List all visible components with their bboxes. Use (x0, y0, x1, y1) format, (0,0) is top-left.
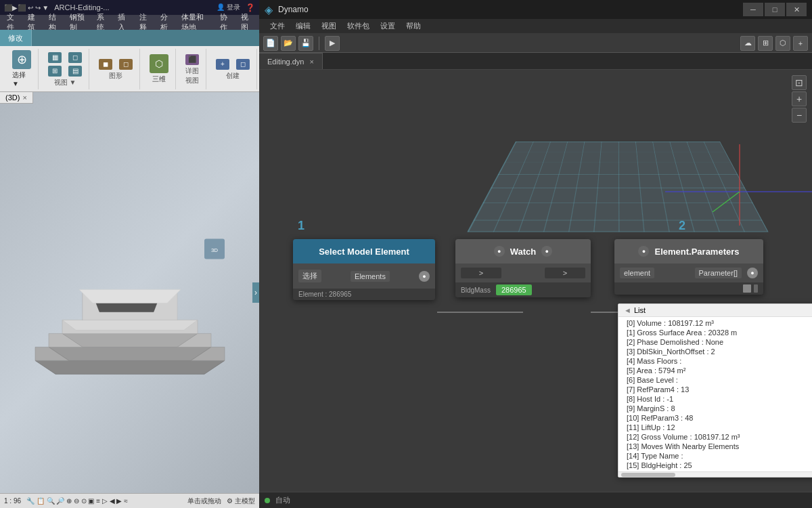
dynamo-title-bar: ◈ Dynamo ─ □ ✕ (259, 0, 812, 19)
threed-btn[interactable]: ⬡ 三维 (147, 53, 171, 85)
watch-value: 286965 (496, 284, 532, 295)
create-group: + ◻ 创建 (209, 49, 257, 89)
zoom-in-btn[interactable]: + (792, 91, 807, 106)
ribbon-tab-bar: 修改 (0, 30, 259, 46)
file-tab-label: Editing.dyn (267, 58, 304, 66)
file-tab-close[interactable]: × (309, 58, 313, 66)
maximize-btn[interactable]: □ (765, 3, 785, 16)
file-tab-editing[interactable]: Editing.dyn × (259, 53, 323, 69)
file-tab-bar: Editing.dyn × (259, 53, 812, 70)
status-msg: 单击或拖动 (187, 496, 221, 506)
shape-btn-1[interactable]: ◼ (96, 58, 115, 71)
dynamo-menu-edit[interactable]: 编辑 (290, 20, 316, 33)
svg-marker-4 (62, 333, 198, 347)
create-label: 创建 (226, 71, 240, 81)
list-panel: ◄ List [0] Volume : 108197.12 m³ [1] Gro… (618, 303, 812, 478)
window-controls: ─ □ ✕ (743, 3, 807, 16)
dynamo-menu-file[interactable]: 文件 (265, 20, 290, 33)
status-indicator (265, 498, 270, 503)
detail-btn-1[interactable]: ⬛ (183, 53, 202, 66)
list-item: [4] Mass Floors : (618, 356, 812, 366)
list-item: [5] Area : 5794 m² (618, 366, 812, 375)
watch-body: > > (455, 263, 591, 282)
create-btn-1[interactable]: + (213, 58, 232, 71)
create-btn-2[interactable]: ◻ (233, 58, 252, 71)
svg-marker-0 (35, 360, 225, 374)
view-group: ▦ ◻ ⊞ ▤ 视图 ▼ (41, 49, 89, 89)
dynamo-menu-settings[interactable]: 设置 (375, 20, 401, 33)
param-indicator-2 (754, 284, 758, 293)
zoom-controls: ⊡ + − (792, 75, 807, 123)
watch-output-port[interactable]: ● (541, 246, 552, 257)
elem-param-output-port[interactable]: ● (747, 268, 758, 278)
close-btn[interactable]: ✕ (786, 3, 807, 16)
watch-input-port[interactable]: ● (494, 246, 505, 257)
view-btn-3[interactable]: ⊞ (45, 64, 64, 78)
element-id-text: Element : 286965 (298, 291, 351, 298)
list-item: [1] Gross Surface Area : 20328 m (618, 328, 812, 337)
svg-marker-10 (96, 303, 157, 312)
tab-modify[interactable]: 修改 (0, 30, 32, 46)
detail-group: ⬛ 详图视图 (179, 49, 206, 89)
list-items-container: [0] Volume : 108197.12 m³ [1] Gross Surf… (618, 317, 812, 471)
list-item: [14] Type Name : (618, 451, 812, 461)
list-item: [3] DblSkin_NorthOffset : 2 (618, 347, 812, 356)
cloud-btn[interactable]: ☁ (740, 36, 755, 51)
viewport-close-btn[interactable]: × (22, 93, 26, 102)
zoom-fit-btn[interactable]: ⊡ (792, 75, 807, 90)
revit-panel: ⬛▶⬛ ↩ ↪ ▼ ARCH-Editing-... 👤 登录 ❓ 文件 建筑 … (0, 0, 259, 508)
revit-viewport[interactable]: (3D) × (0, 92, 259, 493)
run-btn[interactable]: ▶ (325, 36, 340, 51)
dynamo-toolbar: 📄 📂 💾 ▶ ☁ ⊞ ⬡ + (259, 34, 812, 53)
create-icon-2: ◻ (236, 59, 250, 70)
settings-btn[interactable]: + (793, 36, 808, 51)
dynamo-menu-bar: 文件 编辑 视图 软件包 设置 帮助 (259, 19, 812, 34)
scale-label: 1 : 96 (4, 497, 21, 505)
dynamo-menu-pkg[interactable]: 软件包 (342, 20, 375, 33)
list-item: [2] Phase Demolished : None (618, 337, 812, 347)
list-h-scrollbar[interactable] (618, 471, 812, 477)
view-btn-4[interactable]: ▤ (66, 64, 85, 78)
select-output-port[interactable]: ● (419, 271, 430, 282)
dynamo-run-mode: 自动 (275, 495, 290, 505)
detail-label: 详图视图 (183, 66, 202, 85)
view-btn-1[interactable]: ▦ (45, 51, 64, 64)
element-parameters-node[interactable]: ● Element.Parameters element Parameter[]… (614, 239, 763, 295)
revit-menu-bar: 文件 建筑 结构 钢预制 系统 插入 注释 分析 体量和场地 协作 视图 (0, 15, 259, 30)
minimize-btn[interactable]: ─ (743, 3, 763, 16)
shape-btn-2[interactable]: ◻ (116, 58, 135, 71)
building-3d-view: 3D (28, 232, 231, 383)
nav-arrow[interactable]: › (252, 282, 259, 303)
dynamo-menu-help[interactable]: 帮助 (401, 20, 426, 33)
select-model-element-title: Select Model Element (319, 247, 409, 257)
dynamo-menu-view[interactable]: 视图 (316, 20, 342, 33)
select-btn[interactable]: ⊕ 选择▼ (9, 49, 34, 89)
dynamo-logo: ◈ (265, 3, 273, 16)
viewport-tab-3d: (3D) × (0, 92, 33, 104)
select-btn-label[interactable]: 选择 (298, 270, 321, 282)
list-h-scrollbar-thumb (621, 473, 675, 477)
open-btn[interactable]: 📂 (281, 36, 296, 51)
list-collapse-icon[interactable]: ◄ (624, 306, 631, 314)
select-model-element-node[interactable]: Select Model Element 选择 Elements ● Eleme… (293, 239, 435, 300)
element-parameters-header: ● Element.Parameters (614, 239, 763, 263)
save-btn[interactable]: 💾 (298, 36, 313, 51)
elements-port: Elements (351, 271, 390, 282)
zoom-out-btn[interactable]: − (792, 108, 807, 123)
list-panel-title: List (634, 306, 646, 314)
elem-param-input-port[interactable]: ● (638, 246, 649, 257)
select-model-element-bottom: Element : 286965 (293, 289, 435, 300)
expand-btn[interactable]: ⬡ (775, 36, 790, 51)
layout-btn[interactable]: ⊞ (758, 36, 773, 51)
view-btn-2[interactable]: ◻ (66, 51, 85, 64)
watch-node[interactable]: ● Watch ● > > BldgMass 286965 (455, 239, 591, 297)
dynamo-canvas[interactable]: 1 Select Model Element 选择 Elements ● Ele… (259, 70, 812, 492)
view-icon-2: ◻ (68, 52, 82, 63)
view-group-label: 视图 ▼ (54, 78, 76, 87)
watch-header: ● Watch ● (455, 239, 591, 263)
select-icon: ⊕ (12, 50, 31, 69)
new-btn[interactable]: 📄 (263, 36, 278, 51)
element-parameters-bottom (614, 282, 763, 295)
threed-icon: ⬡ (150, 54, 168, 73)
list-item: [8] Host Id : -1 (618, 394, 812, 404)
